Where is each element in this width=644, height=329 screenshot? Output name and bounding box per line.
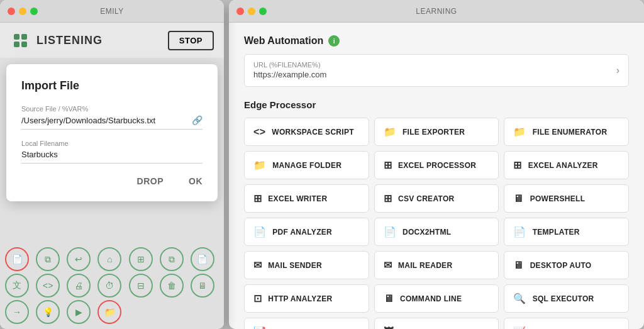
dialog-title: Import File: [21, 79, 203, 92]
web-automation-label: Web Automation: [244, 35, 323, 47]
mail-sender-btn[interactable]: ✉ MAIL SENDER: [244, 251, 369, 279]
emily-content: Import File Source File / %VAR% /Users/j…: [0, 58, 224, 329]
chart-btn[interactable]: 📈 CHART: [504, 318, 629, 329]
manage-folder-label: MANAGE FOLDER: [272, 161, 341, 170]
mail-sender-label: MAIL SENDER: [268, 261, 322, 270]
file-enumerator-icon: 📁: [513, 126, 526, 138]
http-analyzer-label: HTTP ANALYZER: [268, 294, 332, 303]
local-value: Starbucks: [21, 150, 58, 159]
learning-window-controls: [236, 8, 267, 15]
mail-reader-label: MAIL READER: [398, 261, 452, 270]
file-exporter-icon: 📁: [384, 126, 396, 138]
mail-reader-btn[interactable]: ✉ MAIL READER: [374, 251, 499, 279]
right-arrow-icon-btn[interactable]: →: [5, 300, 29, 324]
dot2: [21, 34, 27, 40]
arrow-icon-btn[interactable]: ↩: [67, 247, 91, 271]
print-icon-btn[interactable]: 🖨: [67, 274, 91, 298]
pdf-analyzer-btn[interactable]: 📄 PDF ANALYZER: [244, 218, 369, 246]
processor-grid: <> WORKSPACE SCRIPT 📁 FILE EXPORTER 📁 FI…: [244, 118, 629, 329]
chart-icon: 📈: [513, 326, 526, 329]
command-line-btn[interactable]: 🖥 COMMAND LINE: [374, 284, 499, 313]
clock-icon-btn[interactable]: ⏱: [97, 274, 121, 298]
link-icon: 🔗: [192, 115, 203, 125]
url-bar[interactable]: URL (%FILENAME%) https://example.com ›: [244, 54, 629, 87]
file-exporter-btn[interactable]: 📁 FILE EXPORTER: [374, 118, 499, 146]
ok-button[interactable]: OK: [189, 176, 203, 186]
file-enumerator-btn[interactable]: 📁 FILE ENUMERATOR: [504, 118, 629, 146]
image-processor-btn[interactable]: 🖼 IMAGE PROCESSOR: [374, 318, 499, 329]
file-icon-btn[interactable]: 📄: [5, 247, 29, 271]
powershell-btn[interactable]: 🖥 POWERSHELL: [504, 184, 629, 213]
url-value: https://example.com: [253, 70, 326, 79]
minimize-btn[interactable]: [19, 8, 26, 15]
bulb-icon-btn[interactable]: 💡: [36, 300, 60, 324]
docx2html-btn[interactable]: 📄 DOCX2HTML: [374, 218, 499, 246]
code-icon-btn[interactable]: <>: [36, 274, 60, 298]
translate-icon-btn[interactable]: 文: [5, 274, 29, 298]
http-analyzer-btn[interactable]: ⊡ HTTP ANALYZER: [244, 284, 369, 313]
powershell-icon: 🖥: [513, 193, 523, 204]
excel-analyzer-btn[interactable]: ⊞ EXCEL ANALYZER: [504, 151, 629, 179]
dot3: [14, 42, 19, 47]
stop-button[interactable]: STOP: [168, 31, 214, 50]
drop-button[interactable]: DROP: [137, 176, 164, 186]
grid2-icon-btn[interactable]: ⊟: [129, 274, 153, 298]
command-line-icon: 🖥: [384, 293, 394, 304]
image-processor-icon: 🖼: [384, 326, 394, 330]
learning-titlebar: LEARNING: [229, 0, 644, 23]
url-arrow-icon[interactable]: ›: [616, 65, 619, 76]
desktop-auto-btn[interactable]: 🖥 DESKTOP AUTO: [504, 251, 629, 279]
emily-titlebar: EMILY: [0, 0, 224, 23]
local-value-row: Starbucks: [21, 150, 203, 164]
edge-processor-title: Edge Processor: [244, 99, 629, 110]
grid-icon-btn[interactable]: ⊞: [129, 247, 153, 271]
icon-grid: 📄 ⧉ ↩ ⌂ ⊞ ⧉ 📄 文 <> 🖨 ⏱ ⊟ 🗑 🖥 → 💡 ▶ 📁: [0, 242, 224, 329]
sql-executor-icon: 🔍: [513, 293, 526, 304]
copy-icon-btn[interactable]: ⧉: [36, 247, 60, 271]
web-automation-section: Web Automation i: [244, 35, 629, 47]
url-placeholder: URL (%FILENAME%): [253, 61, 616, 69]
folder-icon-btn[interactable]: 📁: [97, 300, 121, 324]
manage-folder-btn[interactable]: 📁 MANAGE FOLDER: [244, 151, 369, 179]
workspace-script-icon: <>: [253, 126, 265, 138]
learning-window: LEARNING Web Automation i URL (%FILENAME…: [229, 0, 644, 329]
excel-writer-icon: ⊞: [253, 192, 262, 204]
pdf-analyzer-label: PDF ANALYZER: [272, 228, 332, 237]
emily-window-controls: [8, 8, 38, 15]
maximize-btn[interactable]: [30, 8, 38, 15]
sql-executor-btn[interactable]: 🔍 SQL EXECUTOR: [504, 284, 629, 313]
source-value-row: /Users/jerry/Downloads/Starbucks.txt 🔗: [21, 115, 203, 130]
excel-writer-btn[interactable]: ⊞ EXCEL WRITER: [244, 184, 369, 213]
workspace-script-btn[interactable]: <> WORKSPACE SCRIPT: [244, 118, 369, 146]
user-fill-btn[interactable]: 📝 USER FILL: [244, 318, 369, 329]
doc-icon-btn[interactable]: 📄: [191, 247, 214, 271]
csv-creator-label: CSV CREATOR: [398, 194, 455, 203]
dot4: [21, 42, 27, 47]
http-analyzer-icon: ⊡: [253, 293, 262, 304]
emily-title: EMILY: [100, 7, 124, 16]
desktop-auto-icon: 🖥: [513, 260, 523, 271]
excel-processor-icon: ⊞: [384, 159, 392, 171]
learning-minimize-btn[interactable]: [248, 8, 255, 15]
excel-analyzer-icon: ⊞: [513, 159, 521, 171]
windows-container: EMILY LISTENING STOP: [0, 0, 644, 329]
excel-processor-btn[interactable]: ⊞ EXCEL PROCESSOR: [374, 151, 499, 179]
pdf-analyzer-icon: 📄: [253, 226, 266, 238]
clipboard-icon-btn[interactable]: ⧉: [160, 247, 184, 271]
learning-close-btn[interactable]: [236, 8, 244, 15]
desktop-auto-label: DESKTOP AUTO: [530, 261, 592, 270]
url-text: URL (%FILENAME%) https://example.com: [253, 61, 616, 80]
home-icon-btn[interactable]: ⌂: [97, 247, 121, 271]
csv-creator-btn[interactable]: ⊞ CSV CREATOR: [374, 184, 499, 213]
import-dialog: Import File Source File / %VAR% /Users/j…: [6, 64, 218, 201]
manage-folder-icon: 📁: [253, 159, 266, 171]
local-label: Local Filename: [21, 140, 203, 147]
docx2html-label: DOCX2HTML: [402, 228, 451, 237]
trash-icon-btn[interactable]: 🗑: [160, 274, 184, 298]
play-icon-btn[interactable]: ▶: [67, 300, 91, 324]
file-enumerator-label: FILE ENUMERATOR: [533, 128, 608, 137]
learning-maximize-btn[interactable]: [259, 8, 267, 15]
templater-btn[interactable]: 📄 TEMPLATER: [504, 218, 629, 246]
monitor-icon-btn[interactable]: 🖥: [191, 274, 214, 298]
close-btn[interactable]: [8, 8, 15, 15]
